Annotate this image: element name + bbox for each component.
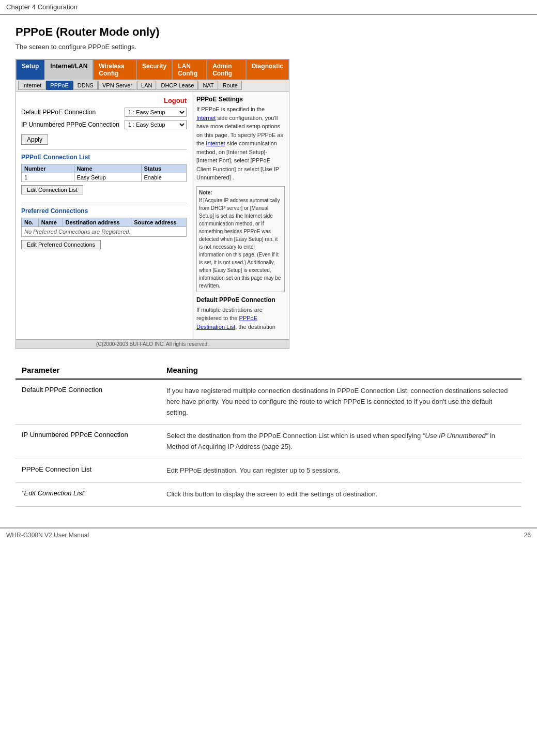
param-name: "Edit Connection List" [16, 482, 160, 506]
param-table-row: IP Unnumbered PPPoE ConnectionSelect the… [16, 425, 521, 459]
param-meaning: Click this button to display the screen … [160, 482, 521, 506]
footer-right: 26 [524, 532, 531, 539]
sub-tab-internet[interactable]: Internet [18, 81, 45, 90]
divider-1 [21, 149, 187, 149]
nav-tab-security[interactable]: Security [136, 59, 172, 80]
preferred-connections-table: No. Name Destination address Source addr… [21, 218, 187, 237]
divider-2 [21, 203, 187, 203]
table-row: 1 Easy Setup Enable [22, 173, 187, 182]
nav-tab-setup[interactable]: Setup [16, 59, 44, 80]
router-ui-screenshot: Setup Internet/LAN Wireless Config Secur… [16, 59, 289, 349]
parameter-section: Parameter Meaning Default PPPoE Connecti… [16, 361, 521, 507]
apply-button[interactable]: Apply [21, 134, 48, 145]
nav-tab-diagnostic[interactable]: Diagnostic [246, 59, 289, 80]
parameter-table: Parameter Meaning Default PPPoE Connecti… [16, 361, 521, 507]
ip-unnumbered-label: IP Unnumbered PPPoE Connection [21, 121, 125, 128]
row-status: Enable [141, 173, 186, 182]
default-pppoe-connection-text: If multiple destinations are registered … [196, 306, 285, 331]
no-connections-message: No Preferred Connections are Registered. [22, 227, 187, 237]
edit-connection-list-button[interactable]: Edit Connection List [21, 185, 83, 194]
router-body: Logout Default PPPoE Connection 1 : Easy… [16, 92, 289, 339]
note-box: Note: If [Acquire IP address automatical… [196, 186, 285, 292]
footer-left: WHR-G300N V2 User Manual [6, 532, 89, 539]
connection-list-title: PPPoE Connection List [21, 154, 187, 161]
internet-link-2[interactable]: Internet [206, 140, 225, 146]
preferred-table-row: No Preferred Connections are Registered. [22, 227, 187, 237]
edit-preferred-connections-button[interactable]: Edit Preferred Connections [21, 240, 101, 249]
param-table-row: "Edit Connection List"Click this button … [16, 482, 521, 506]
nav-tab-lan-config[interactable]: LAN Config [172, 59, 207, 80]
sub-tab-pppoe[interactable]: PPPoE [46, 81, 72, 90]
copyright-bar: (C)2000-2003 BUFFALO INC. All rights res… [16, 339, 289, 349]
chapter-header: Chapter 4 Configuration [0, 0, 537, 15]
router-left-panel: Logout Default PPPoE Connection 1 : Easy… [16, 92, 192, 339]
default-pppoe-row: Default PPPoE Connection 1 : Easy Setup [21, 108, 187, 117]
preferred-connections-title: Preferred Connections [21, 207, 187, 215]
sub-tab-lan[interactable]: LAN [137, 81, 156, 90]
sub-tab-dhcp-lease[interactable]: DHCP Lease [157, 81, 198, 90]
default-pppoe-label: Default PPPoE Connection [21, 109, 125, 116]
internet-link[interactable]: Internet [196, 115, 216, 121]
param-name: Default PPPoE Connection [16, 379, 160, 425]
right-panel-text1: If PPPoE is specified in the Internet si… [196, 105, 285, 182]
right-panel-title: PPPoE Settings [196, 96, 285, 103]
router-nav-top: Setup Internet/LAN Wireless Config Secur… [16, 59, 289, 80]
pref-col-source: Source address [131, 218, 187, 227]
default-pppoe-connection-title: Default PPPoE Connection [196, 296, 285, 304]
destination-list-link[interactable]: Destination List [196, 324, 235, 330]
page-footer: WHR-G300N V2 User Manual 26 [0, 527, 537, 542]
sub-tab-vpn-server[interactable]: VPN Server [98, 81, 136, 90]
col-number: Number [22, 164, 74, 173]
logout-link[interactable]: Logout [164, 97, 187, 104]
nav-tab-admin-config[interactable]: Admin Config [207, 59, 246, 80]
meaning-col-header: Meaning [160, 361, 521, 379]
router-right-panel: PPPoE Settings If PPPoE is specified in … [192, 92, 289, 339]
sub-tab-ddns[interactable]: DDNS [73, 81, 98, 90]
pref-col-name: Name [38, 218, 63, 227]
param-table-row: PPPoE Connection ListEdit PPPoE destinat… [16, 459, 521, 482]
nav-tab-wireless-config[interactable]: Wireless Config [93, 59, 136, 80]
default-pppoe-select[interactable]: 1 : Easy Setup [125, 108, 187, 117]
row-name: Easy Setup [74, 173, 141, 182]
param-meaning: Select the destination from the PPPoE Co… [160, 425, 521, 459]
chapter-title: Chapter 4 Configuration [6, 3, 78, 11]
connection-list-table: Number Name Status 1 Easy Setup Enable [21, 164, 187, 182]
note-title: Note: [199, 190, 212, 195]
param-meaning: Edit PPPoE destination. You can register… [160, 459, 521, 482]
page-title: PPPoE (Router Mode only) [16, 25, 521, 39]
param-name: PPPoE Connection List [16, 459, 160, 482]
col-status: Status [141, 164, 186, 173]
param-meaning: If you have registered multiple connecti… [160, 379, 521, 425]
ip-unnumbered-row: IP Unnumbered PPPoE Connection 1 : Easy … [21, 120, 187, 129]
pref-col-no: No. [22, 218, 39, 227]
logout-row: Logout [21, 97, 187, 104]
param-table-row: Default PPPoE ConnectionIf you have regi… [16, 379, 521, 425]
col-name: Name [74, 164, 141, 173]
pppoe-link[interactable]: PPPoE [239, 315, 257, 321]
nav-tab-internet-lan[interactable]: Internet/LAN [44, 59, 93, 80]
sub-tab-nat[interactable]: NAT [198, 81, 218, 90]
section-description: The screen to configure PPPoE settings. [16, 43, 521, 51]
sub-tab-route[interactable]: Route [219, 81, 242, 90]
ip-unnumbered-select[interactable]: 1 : Easy Setup [125, 120, 187, 129]
pref-col-destination: Destination address [63, 218, 131, 227]
param-name: IP Unnumbered PPPoE Connection [16, 425, 160, 459]
row-number: 1 [22, 173, 74, 182]
main-content: PPPoE (Router Mode only) The screen to c… [0, 15, 537, 517]
router-sub-nav: Internet PPPoE DDNS VPN Server LAN DHCP … [16, 80, 289, 92]
param-col-header: Parameter [16, 361, 160, 379]
